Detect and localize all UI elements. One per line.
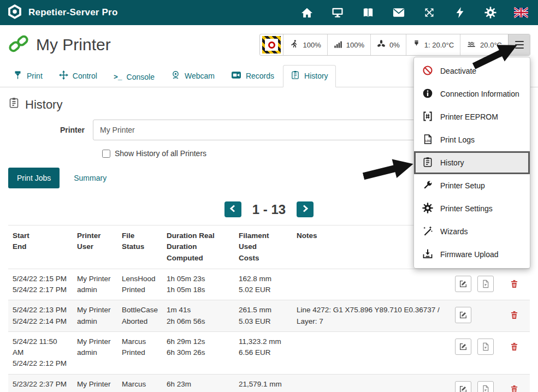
- flow-icon: [334, 40, 342, 50]
- menu-item-printer-setup[interactable]: Printer Setup: [414, 174, 530, 197]
- next-page-button[interactable]: [297, 201, 314, 217]
- flow-value: 100%: [346, 41, 364, 49]
- pdf-button[interactable]: [477, 338, 494, 355]
- fan-icon: [377, 40, 386, 50]
- printer-menu: Deactivate Connection Information Printe…: [413, 57, 530, 269]
- col-file-status: FileStatus: [117, 225, 162, 269]
- menu-item-wizards[interactable]: Wizards: [414, 220, 530, 243]
- printer-select-value: My Printer: [100, 126, 135, 134]
- show-all-printers-label: Show History of all Printers: [115, 149, 206, 158]
- menu-item-connection-information[interactable]: Connection Information: [414, 82, 530, 105]
- delete-button[interactable]: [510, 342, 519, 352]
- table-row: 5/24/22 11:50 AM5/24/22 2:12 PM My Print…: [8, 331, 530, 374]
- history-icon: [422, 157, 433, 169]
- delete-button[interactable]: [510, 310, 519, 320]
- topbar-nav: [300, 5, 531, 20]
- chevron-right-icon: [302, 205, 309, 214]
- extruder-temp-status[interactable]: 1: 20.0°C: [406, 34, 460, 55]
- expand-icon[interactable]: [422, 5, 436, 20]
- control-arrows-icon: [59, 70, 68, 81]
- wrench-icon: [422, 180, 433, 192]
- mail-icon[interactable]: [392, 5, 406, 20]
- table-row: 5/24/22 2:15 PM5/24/22 2:17 PM My Printe…: [8, 269, 530, 300]
- settings-gear-icon[interactable]: [483, 5, 498, 20]
- info-icon: [422, 88, 433, 100]
- col-filament-costs: Filament UsedCosts: [234, 225, 292, 269]
- table-row: 5/24/22 2:13 PM5/24/22 2:14 PM My Printe…: [8, 300, 530, 332]
- webcam-icon: [171, 70, 180, 81]
- col-start-end: StartEnd: [8, 225, 73, 269]
- eeprom-icon: [422, 111, 433, 123]
- previous-page-button[interactable]: [224, 201, 241, 217]
- language-flag-uk-icon[interactable]: [514, 5, 528, 20]
- summary-button[interactable]: Summary: [74, 174, 107, 182]
- tab-control[interactable]: Control: [51, 65, 105, 87]
- tab-records[interactable]: Records: [223, 65, 282, 87]
- delete-button[interactable]: [510, 384, 519, 392]
- history-icon: [291, 70, 300, 81]
- speed-value: 100%: [303, 41, 321, 49]
- link-icon: [8, 34, 29, 55]
- extruder-temp-icon: [412, 40, 421, 50]
- power-bolt-icon[interactable]: [453, 5, 467, 20]
- print-logs-icon: LOG: [422, 134, 433, 146]
- fan-status[interactable]: 0%: [370, 34, 406, 55]
- tab-history[interactable]: History: [283, 65, 336, 87]
- page-range-label: 1 - 13: [252, 202, 286, 217]
- menu-item-printer-settings[interactable]: Printer Settings: [414, 197, 530, 220]
- speed-icon: [289, 39, 299, 50]
- emergency-stop-icon: [262, 36, 281, 54]
- pdf-button[interactable]: [477, 276, 494, 292]
- menu-item-printer-eeprom[interactable]: Printer EEPROM: [414, 105, 530, 128]
- section-heading-label: History: [25, 98, 62, 112]
- bed-temp-icon: [466, 40, 476, 50]
- app-title: Repetier-Server Pro: [28, 7, 117, 18]
- repetier-logo: [7, 3, 23, 22]
- deactivate-icon: [422, 65, 433, 78]
- topbar: Repetier-Server Pro: [0, 0, 538, 25]
- speed-status[interactable]: 100%: [283, 34, 327, 55]
- fan-value: 0%: [389, 41, 400, 49]
- emergency-stop-button[interactable]: [260, 34, 283, 55]
- console-icon: >_: [114, 73, 122, 81]
- svg-text:LOG: LOG: [425, 140, 431, 142]
- flow-status[interactable]: 100%: [327, 34, 370, 55]
- col-printer-user: PrinterUser: [73, 225, 117, 269]
- table-row: 5/23/22 2:37 PM5/23/22 9:01 PM My Printe…: [8, 374, 530, 392]
- wand-icon: [422, 225, 433, 238]
- menu-item-print-logs[interactable]: LOG Print Logs: [414, 128, 530, 151]
- show-all-printers-checkbox[interactable]: [102, 150, 110, 158]
- firmware-upload-icon: [422, 248, 433, 261]
- pdf-button[interactable]: [477, 381, 494, 392]
- history-icon: [8, 97, 20, 112]
- page-title: My Printer: [36, 35, 111, 54]
- manual-book-icon[interactable]: [361, 5, 375, 20]
- print-jobs-button[interactable]: Print Jobs: [8, 168, 60, 188]
- printer-select-label: Printer: [8, 126, 93, 134]
- home-icon[interactable]: [300, 5, 314, 20]
- records-icon: [231, 70, 241, 81]
- tab-print[interactable]: Print: [5, 65, 50, 87]
- edit-button[interactable]: [455, 381, 471, 392]
- delete-button[interactable]: [510, 279, 519, 289]
- tab-webcam[interactable]: Webcam: [163, 65, 222, 87]
- col-duration: Duration RealDuration Computed: [162, 225, 234, 269]
- edit-button[interactable]: [455, 307, 471, 323]
- edit-button[interactable]: [455, 276, 471, 292]
- edit-button[interactable]: [455, 338, 471, 355]
- menu-item-firmware-upload[interactable]: Firmware Upload: [414, 243, 530, 266]
- gear-icon: [422, 203, 433, 215]
- extruder-temp-value: 1: 20.0°C: [424, 41, 454, 49]
- monitor-icon[interactable]: [330, 5, 345, 20]
- chevron-left-icon: [229, 205, 236, 214]
- menu-item-history[interactable]: History: [414, 151, 530, 174]
- tab-console[interactable]: >_ Console: [106, 67, 162, 87]
- print-icon: [13, 70, 22, 81]
